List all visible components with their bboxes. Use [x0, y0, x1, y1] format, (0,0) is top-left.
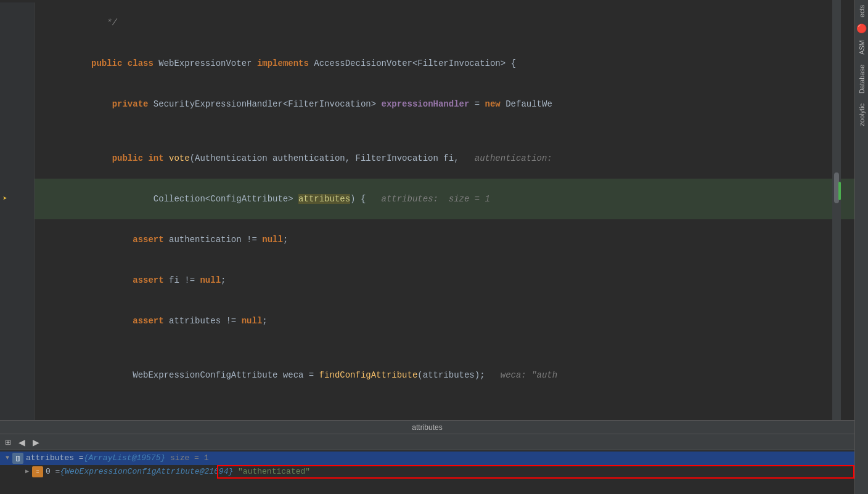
code-line: [0, 124, 854, 138]
right-sidebar: ects 🔴 ASM Database zoolytic: [854, 0, 868, 494]
forward-icon: ▶: [33, 437, 39, 447]
sidebar-tab-zoolytic[interactable]: zoolytic: [857, 99, 867, 131]
line-margin: [0, 124, 10, 138]
sidebar-tab-label-zoolytic: zoolytic: [858, 103, 866, 126]
line-margin: ➤: [0, 179, 10, 219]
line-text: private SecurityExpressionHandler<Filter…: [35, 84, 854, 124]
code-line: assert fi != null;: [0, 260, 854, 301]
line-margin: [0, 355, 10, 395]
line-text: Collection<ConfigAttribute> attributes) …: [35, 179, 854, 219]
line-text: assert attributes != null;: [35, 301, 854, 341]
bottom-panel: attributes ⊞ ◀ ▶ ▼ [] attributes = {: [0, 420, 854, 494]
database-icon: 🔴: [856, 23, 867, 34]
sidebar-tab-label-database: Database: [858, 65, 866, 94]
line-margin: [0, 341, 10, 355]
code-line-highlighted: ➤ Collection<ConfigAttribute> attributes…: [0, 179, 854, 219]
sidebar-tab-ects[interactable]: ects: [857, 0, 867, 22]
panel-back-button[interactable]: ◀: [16, 436, 28, 448]
var-type-icon-item0: =: [32, 466, 43, 477]
code-line: assert authentication != null;: [0, 219, 854, 260]
line-number: [10, 341, 35, 355]
line-margin: [0, 138, 10, 179]
line-text: */: [35, 2, 854, 43]
line-number: [10, 395, 35, 409]
scrollbar[interactable]: [832, 0, 841, 420]
line-margin: [0, 395, 10, 409]
expand-icon-item0[interactable]: ▶: [22, 465, 32, 479]
line-text: assert fi != null;: [35, 260, 854, 301]
code-line: [0, 395, 854, 409]
code-line: private SecurityExpressionHandler<Filter…: [0, 84, 854, 124]
code-line: public class WebExpressionVoter implemen…: [0, 43, 854, 84]
expand-icon-attributes[interactable]: ▼: [2, 451, 12, 465]
panel-toolbar: ⊞ ◀ ▶: [0, 434, 854, 450]
line-margin: [0, 409, 10, 420]
line-margin: [0, 43, 10, 84]
main-area: */ public class WebExpressionVoter imple…: [0, 0, 854, 494]
line-number: [10, 138, 35, 179]
line-text: WebExpressionConfigAttribute weca = find…: [35, 355, 854, 395]
line-number: [10, 301, 35, 341]
code-line: if (weca == null) {: [0, 409, 854, 420]
code-line: WebExpressionConfigAttribute weca = find…: [0, 355, 854, 395]
code-scroll[interactable]: */ public class WebExpressionVoter imple…: [0, 2, 854, 420]
line-number: [10, 409, 35, 420]
line-number: [10, 124, 35, 138]
debug-arrow-icon: ➤: [2, 192, 7, 206]
code-line: */: [0, 2, 854, 43]
line-margin: [0, 260, 10, 301]
code-line: public int vote(Authentication authentic…: [0, 138, 854, 179]
list-icon: ⊞: [5, 438, 11, 447]
panel-forward-button[interactable]: ▶: [30, 436, 42, 448]
scroll-indicator: [838, 182, 841, 200]
panel-variables: ▼ [] attributes = {ArrayList@19575} size…: [0, 450, 854, 494]
red-border-item0: [217, 465, 854, 479]
sidebar-tab-asm[interactable]: ASM: [857, 35, 867, 60]
line-number: [10, 355, 35, 395]
back-icon: ◀: [18, 437, 25, 447]
line-number: [10, 84, 35, 124]
panel-title: attributes: [412, 423, 442, 432]
line-margin: [0, 84, 10, 124]
line-text: assert authentication != null;: [35, 219, 854, 260]
line-text: if (weca == null) {: [35, 409, 854, 420]
sidebar-tab-label-ects: ects: [858, 5, 866, 17]
variable-row-item0[interactable]: ▶ = 0 = {WebExpressionConfigAttribute@21…: [0, 465, 854, 479]
panel-list-button[interactable]: ⊞: [2, 437, 14, 448]
line-margin: [0, 2, 10, 43]
line-number: [10, 260, 35, 301]
line-text: [35, 124, 854, 138]
line-text: [35, 395, 854, 409]
variable-row-attributes[interactable]: ▼ [] attributes = {ArrayList@19575} size…: [0, 451, 854, 465]
code-line: [0, 341, 854, 355]
line-number: [10, 43, 35, 84]
line-text: public int vote(Authentication authentic…: [35, 138, 854, 179]
line-number: [10, 2, 35, 43]
code-editor[interactable]: */ public class WebExpressionVoter imple…: [0, 0, 854, 420]
line-number: [10, 219, 35, 260]
sidebar-tab-database[interactable]: Database: [857, 60, 867, 99]
line-text: [35, 341, 854, 355]
var-type-icon-attributes: []: [12, 453, 23, 464]
line-margin: [0, 219, 10, 260]
line-margin: [0, 301, 10, 341]
line-text: public class WebExpressionVoter implemen…: [35, 43, 854, 84]
code-line: assert attributes != null;: [0, 301, 854, 341]
sidebar-tab-label-asm: ASM: [858, 40, 866, 55]
panel-title-bar: attributes: [0, 421, 854, 434]
line-number: [10, 179, 35, 219]
